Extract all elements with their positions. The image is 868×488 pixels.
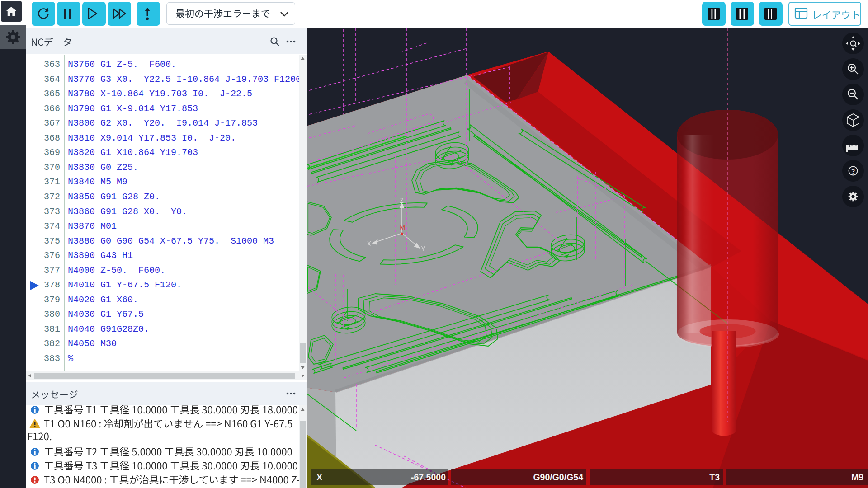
svg-text:?: ? xyxy=(851,168,855,175)
svg-text:M9: M9 xyxy=(851,472,863,482)
svg-text:X: X xyxy=(316,472,322,482)
svg-text:-67.5000: -67.5000 xyxy=(411,472,446,482)
svg-text:G90/G0/G54: G90/G0/G54 xyxy=(533,472,583,482)
svg-text:T3: T3 xyxy=(709,472,720,482)
